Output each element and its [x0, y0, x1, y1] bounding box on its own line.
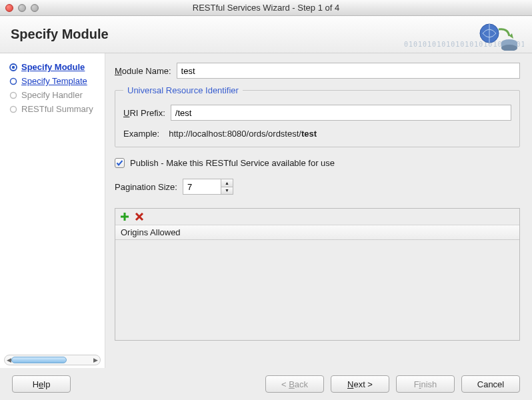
page-title: Specify Module	[11, 27, 109, 42]
uri-example-label: Example:	[123, 129, 159, 139]
wizard-step-list: Specify Module Specify Template Specify …	[0, 60, 105, 116]
origins-allowed-box: Origins Allowed	[115, 208, 520, 341]
check-icon	[116, 159, 123, 167]
step-disabled-icon	[9, 91, 17, 99]
scroll-right-icon[interactable]: ▶	[93, 357, 98, 363]
back-button: < Back	[265, 375, 324, 393]
window-title: RESTful Services Wizard - Step 1 of 4	[0, 3, 532, 13]
scrollbar-thumb[interactable]	[11, 357, 67, 363]
wizard-step-4: RESTful Summary	[7, 102, 105, 116]
origins-toolbar	[115, 209, 519, 225]
pagination-size-label: Pagination Size:	[115, 182, 177, 192]
origins-header: Origins Allowed	[115, 225, 519, 240]
cancel-button[interactable]: Cancel	[461, 375, 520, 393]
spinner-down-button[interactable]: ▼	[221, 187, 233, 195]
wizard-step-label: Specify Template	[21, 76, 87, 86]
wizard-step-1[interactable]: Specify Module	[7, 60, 105, 74]
uri-example-value: http://localhost:8080/ords/ordstest/test	[169, 129, 317, 139]
window-controls	[5, 4, 39, 12]
wizard-form-panel: Module Name: Universal Resource Identifi…	[105, 53, 532, 368]
uri-prefix-row: URI Prefix:	[123, 105, 511, 121]
scroll-left-icon[interactable]: ◀	[7, 357, 11, 363]
svg-point-9	[11, 78, 17, 84]
remove-origin-button[interactable]	[134, 211, 145, 222]
spinner-up-button[interactable]: ▲	[221, 179, 233, 187]
origins-list[interactable]	[115, 240, 519, 340]
wizard-banner: Specify Module 0101010101010101010101010…	[0, 16, 532, 53]
uri-legend: Universal Resource Identifier	[123, 85, 243, 95]
wizard-step-label: Specify Handler	[21, 90, 83, 100]
pagination-size-spinner: ▲ ▼	[183, 179, 233, 195]
wizard-steps-sidebar: Specify Module Specify Template Specify …	[0, 53, 105, 368]
pagination-row: Pagination Size: ▲ ▼	[115, 179, 520, 195]
step-upcoming-icon	[9, 77, 17, 85]
uri-prefix-input[interactable]	[171, 105, 511, 121]
publish-checkbox[interactable]	[115, 158, 125, 168]
wizard-body: Specify Module Specify Template Specify …	[0, 53, 532, 368]
wizard-step-label: Specify Module	[21, 62, 85, 72]
uri-fieldset: Universal Resource Identifier URI Prefix…	[115, 85, 520, 147]
step-disabled-icon	[9, 105, 17, 113]
module-name-input[interactable]	[177, 63, 520, 79]
step-current-icon	[9, 63, 17, 71]
finish-button: Finish	[396, 375, 455, 393]
banner-graphic: 01010101010101010101010101	[404, 21, 524, 51]
module-name-label: Module Name:	[115, 66, 171, 76]
wizard-footer: Help < Back Next > Finish Cancel	[0, 368, 532, 400]
wizard-step-3: Specify Handler	[7, 88, 105, 102]
publish-row: Publish - Make this RESTful Service avai…	[115, 158, 520, 168]
uri-prefix-label: URI Prefix:	[123, 108, 165, 118]
svg-rect-13	[121, 216, 129, 218]
uri-example-row: Example: http://localhost:8080/ords/ords…	[123, 129, 511, 139]
svg-marker-3	[509, 33, 513, 39]
minimize-window-button[interactable]	[18, 4, 26, 12]
window-titlebar: RESTful Services Wizard - Step 1 of 4	[0, 0, 532, 16]
add-origin-button[interactable]	[119, 211, 130, 222]
svg-point-8	[12, 65, 15, 68]
x-icon	[135, 212, 144, 221]
svg-point-11	[11, 106, 17, 112]
svg-point-10	[11, 92, 17, 98]
wizard-step-2[interactable]: Specify Template	[7, 74, 105, 88]
next-button[interactable]: Next >	[331, 375, 389, 393]
wizard-step-label: RESTful Summary	[21, 104, 93, 114]
pagination-size-input[interactable]	[183, 179, 221, 195]
plus-icon	[120, 212, 129, 221]
spinner-buttons: ▲ ▼	[221, 179, 233, 195]
sidebar-horizontal-scrollbar[interactable]: ◀ ▶	[4, 355, 101, 365]
module-name-row: Module Name:	[115, 63, 520, 79]
close-window-button[interactable]	[5, 4, 13, 12]
publish-label[interactable]: Publish - Make this RESTful Service avai…	[130, 158, 335, 168]
help-button[interactable]: Help	[12, 375, 71, 393]
zoom-window-button[interactable]	[31, 4, 39, 12]
